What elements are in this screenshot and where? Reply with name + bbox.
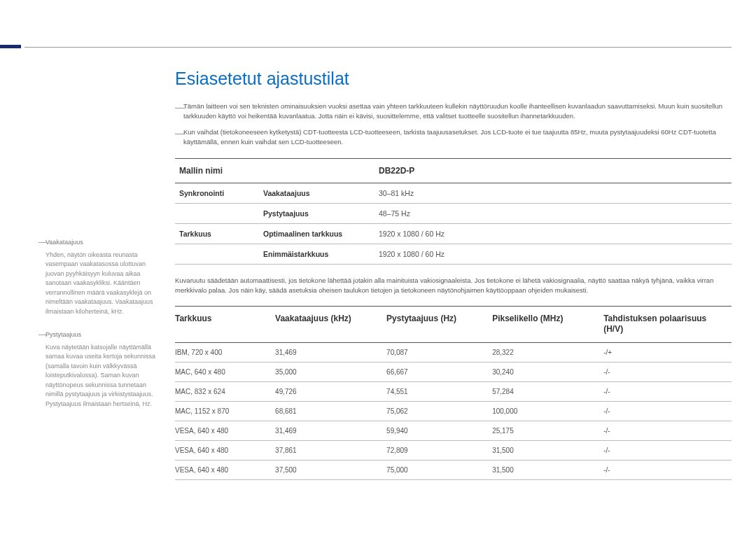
dash-icon: ―: [38, 238, 46, 248]
table-cell: 25,175: [492, 421, 603, 440]
table-cell: 35,000: [275, 362, 386, 381]
table-cell: 75,000: [386, 460, 492, 479]
sidebar-note-body: Kuva näytetään katsojalle näyttämällä sa…: [38, 343, 161, 409]
col-hfreq: Vaakataajuus (kHz): [275, 306, 386, 342]
col-pixelclock: Pikselikello (MHz): [492, 306, 603, 342]
table-row: Pystytaajuus 48–75 Hz: [175, 204, 732, 224]
table-cell: 37,861: [275, 440, 386, 460]
table-cell: IBM, 720 x 400: [175, 342, 275, 362]
dash-icon: ―: [175, 127, 183, 148]
table-cell: MAC, 1152 x 870: [175, 401, 275, 421]
table-cell: 70,087: [386, 342, 492, 362]
table-cell: 30,240: [492, 362, 603, 381]
top-divider: [24, 47, 732, 48]
intro-text: Kun vaihdat (tietokoneeseen kytketystä) …: [183, 127, 732, 148]
table-cell: -/+: [603, 342, 732, 362]
table-cell: VESA, 640 x 480: [175, 460, 275, 479]
table-cell: -/-: [603, 362, 732, 381]
spec-value: 1920 x 1080 / 60 Hz: [374, 224, 732, 244]
sidebar-note-title: Vaakataajuus: [46, 238, 83, 248]
table-cell: -/-: [603, 381, 732, 401]
table-row: VESA, 640 x 48037,50075,00031,500-/-: [175, 460, 732, 479]
table-cell: -/-: [603, 421, 732, 440]
table-cell: -/-: [603, 460, 732, 479]
sidebar-note-vaakataajuus: ― Vaakataajuus Yhden, näytön oikeasta re…: [38, 238, 161, 316]
table-row: Synkronointi Vaakataajuus 30–81 kHz: [175, 183, 732, 204]
table-row: MAC, 832 x 62449,72674,55157,284-/-: [175, 381, 732, 401]
table-cell: 66,667: [386, 362, 492, 381]
sidebar-note-body: Yhden, näytön oikeasta reunasta vasempaa…: [38, 251, 161, 317]
spec-value: 30–81 kHz: [374, 183, 732, 204]
table-cell: 68,681: [275, 401, 386, 421]
timing-modes-table: Tarkkuus Vaakataajuus (kHz) Pystytaajuus…: [175, 306, 732, 480]
spec-sublabel: Vaakataajuus: [259, 183, 374, 204]
spec-header-label: Mallin nimi: [175, 159, 374, 183]
table-cell: 49,726: [275, 381, 386, 401]
main-content: Esiasetetut ajastustilat ― Tämän laittee…: [175, 69, 732, 480]
table-cell: 31,469: [275, 342, 386, 362]
table-row: Tarkkuus Optimaalinen tarkkuus 1920 x 10…: [175, 224, 732, 244]
table-cell: 57,284: [492, 381, 603, 401]
table-cell: -/-: [603, 440, 732, 460]
sidebar-note-pystytaajuus: ― Pystytaajuus Kuva näytetään katsojalle…: [38, 330, 161, 409]
table-cell: -/-: [603, 401, 732, 421]
dash-icon: ―: [38, 330, 46, 340]
spec-label: Synkronointi: [175, 183, 259, 204]
col-polarity: Tahdistuksen polaarisuus (H/V): [603, 306, 732, 342]
spec-sublabel: Pystytaajuus: [259, 204, 374, 224]
spec-label: [175, 244, 259, 265]
intro-item: ― Kun vaihdat (tietokoneeseen kytketystä…: [175, 127, 732, 148]
spec-value: 48–75 Hz: [374, 204, 732, 224]
table-row: Enimmäistarkkuus 1920 x 1080 / 60 Hz: [175, 244, 732, 265]
table-row: IBM, 720 x 40031,46970,08728,322-/+: [175, 342, 732, 362]
sidebar-notes: ― Vaakataajuus Yhden, näytön oikeasta re…: [38, 238, 161, 423]
table-cell: 74,551: [386, 381, 492, 401]
table-cell: 59,940: [386, 421, 492, 440]
spec-sublabel: Optimaalinen tarkkuus: [259, 224, 374, 244]
spec-value: 1920 x 1080 / 60 Hz: [374, 244, 732, 265]
table-cell: 31,469: [275, 421, 386, 440]
table-cell: 31,500: [492, 440, 603, 460]
spec-sublabel: Enimmäistarkkuus: [259, 244, 374, 265]
spec-header-model: DB22D-P: [374, 159, 732, 183]
spec-label: [175, 204, 259, 224]
table-cell: 100,000: [492, 401, 603, 421]
accent-bar: [0, 45, 21, 48]
table-cell: 31,500: [492, 460, 603, 479]
dash-icon: ―: [175, 101, 183, 122]
table-header-row: Mallin nimi DB22D-P: [175, 159, 732, 183]
table-cell: VESA, 640 x 480: [175, 421, 275, 440]
sidebar-note-title: Pystytaajuus: [46, 330, 81, 340]
table-header-row: Tarkkuus Vaakataajuus (kHz) Pystytaajuus…: [175, 306, 732, 342]
table-cell: MAC, 832 x 624: [175, 381, 275, 401]
table-cell: MAC, 640 x 480: [175, 362, 275, 381]
col-vfreq: Pystytaajuus (Hz): [386, 306, 492, 342]
table-cell: 75,062: [386, 401, 492, 421]
table-cell: 37,500: [275, 460, 386, 479]
col-resolution: Tarkkuus: [175, 306, 275, 342]
page-title: Esiasetetut ajastustilat: [175, 69, 732, 89]
table-cell: 72,809: [386, 440, 492, 460]
table-row: MAC, 1152 x 87068,68175,062100,000-/-: [175, 401, 732, 421]
intro-text: Tämän laitteen voi sen teknisten ominais…: [183, 101, 732, 122]
table-row: MAC, 640 x 48035,00066,66730,240-/-: [175, 362, 732, 381]
spec-label: Tarkkuus: [175, 224, 259, 244]
table-cell: VESA, 640 x 480: [175, 440, 275, 460]
intro-item: ― Tämän laitteen voi sen teknisten omina…: [175, 101, 732, 122]
table-cell: 28,322: [492, 342, 603, 362]
table-row: VESA, 640 x 48037,86172,80931,500-/-: [175, 440, 732, 460]
table-row: VESA, 640 x 48031,46959,94025,175-/-: [175, 421, 732, 440]
description-paragraph: Kuvaruutu säädetään automaattisesti, jos…: [175, 276, 732, 296]
model-specs-table: Mallin nimi DB22D-P Synkronointi Vaakata…: [175, 158, 732, 265]
